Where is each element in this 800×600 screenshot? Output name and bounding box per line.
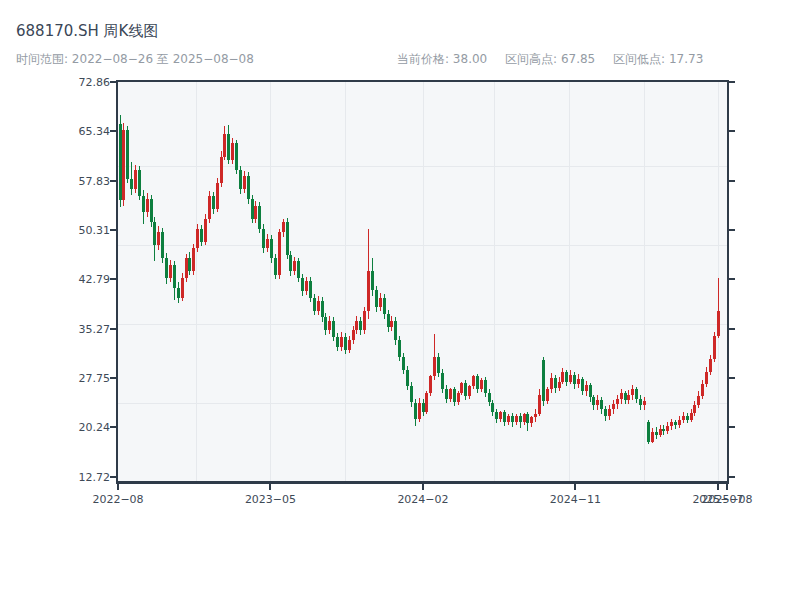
current-price-label: 当前价格: 38.00 xyxy=(397,52,487,66)
candle-body xyxy=(445,389,448,399)
y-axis-tick-label: 65.34 xyxy=(52,125,110,138)
candle-body xyxy=(565,372,568,381)
candle-body xyxy=(441,373,444,389)
candle-body xyxy=(596,400,599,405)
candle-body xyxy=(286,222,289,255)
candle-body xyxy=(449,389,452,399)
candle-body xyxy=(713,336,716,360)
candle-body xyxy=(142,196,145,212)
candle-body xyxy=(418,403,421,419)
candle-body xyxy=(216,183,219,209)
candle-body xyxy=(592,397,595,405)
candle-body xyxy=(161,232,164,258)
candle-body xyxy=(165,258,168,278)
y-axis-tick-label: 12.72 xyxy=(52,471,110,484)
page-title: 688170.SH 周K线图 xyxy=(16,22,158,41)
candle-body xyxy=(282,222,285,232)
candle-body xyxy=(239,170,242,190)
candle-body xyxy=(717,311,720,336)
y-axis-tick xyxy=(110,278,116,280)
y-axis-tick-label: 57.83 xyxy=(52,175,110,188)
y-axis-tick-right xyxy=(729,377,735,379)
candle-body xyxy=(585,385,588,390)
time-range-label: 时间范围: 2022−08−26 至 2025−08−08 xyxy=(16,51,254,68)
x-axis-tick xyxy=(422,484,424,490)
candle-body xyxy=(340,337,343,347)
v-gridline xyxy=(270,82,271,481)
x-axis-tick xyxy=(269,484,271,490)
candle-body xyxy=(227,134,230,160)
candle-body xyxy=(410,386,413,402)
candle-body xyxy=(561,372,564,381)
candle-body xyxy=(631,389,634,394)
candle-body xyxy=(651,432,654,442)
candle-body xyxy=(235,143,238,169)
candle-body xyxy=(612,404,615,409)
y-axis-tick xyxy=(110,180,116,182)
candle-body xyxy=(414,403,417,419)
candle-body xyxy=(324,317,327,330)
candle-body xyxy=(270,239,273,259)
y-axis-tick xyxy=(110,130,116,132)
y-axis-tick xyxy=(110,426,116,428)
x-axis-tick-label: 2022−08 xyxy=(87,493,149,506)
candle-body xyxy=(157,232,160,245)
candle-body xyxy=(635,389,638,398)
candle-body xyxy=(266,239,269,249)
candle-body xyxy=(705,372,708,384)
y-axis-tick-right xyxy=(729,328,735,330)
candle-body xyxy=(254,206,257,219)
candle-body xyxy=(554,378,557,388)
candle-body xyxy=(659,429,662,436)
candle-body xyxy=(655,432,658,435)
candle-body xyxy=(359,321,362,331)
y-axis-tick-right xyxy=(729,81,735,83)
y-axis-tick-right xyxy=(729,426,735,428)
y-axis-tick-right xyxy=(729,180,735,182)
x-axis-tick xyxy=(717,484,719,490)
candle-body xyxy=(371,271,374,289)
candle-body xyxy=(301,278,304,291)
candle-body xyxy=(422,403,425,413)
candle-body xyxy=(600,400,603,409)
candle-body xyxy=(383,298,386,314)
candle-body xyxy=(258,206,261,229)
candle-body xyxy=(309,281,312,297)
v-gridline xyxy=(196,82,197,481)
y-axis-tick xyxy=(110,377,116,379)
candle-body xyxy=(542,360,545,401)
candle-body xyxy=(402,357,405,370)
y-axis-tick-right xyxy=(729,278,735,280)
candle-body xyxy=(355,321,358,331)
candle-body xyxy=(425,393,428,413)
candle-body xyxy=(550,378,553,390)
candle-body xyxy=(336,337,339,347)
candle-body xyxy=(534,414,537,417)
candle-body xyxy=(204,219,207,242)
candle-body xyxy=(274,258,277,274)
candle-body xyxy=(375,290,378,308)
range-low-label: 区间低点: 17.73 xyxy=(613,52,703,66)
v-gridline xyxy=(644,82,645,481)
candle-body xyxy=(620,393,623,398)
y-axis-tick-right xyxy=(729,476,735,478)
candle-body xyxy=(153,222,156,245)
candle-body xyxy=(682,416,685,421)
y-axis-tick-right xyxy=(729,229,735,231)
candle-body xyxy=(394,321,397,341)
candle-body xyxy=(639,399,642,406)
x-axis-tick xyxy=(726,484,728,490)
candle-body xyxy=(678,420,681,425)
candle-body xyxy=(200,229,203,242)
candle-body xyxy=(387,314,390,327)
candle-body xyxy=(523,414,526,422)
candle-body xyxy=(558,382,561,389)
candle-body xyxy=(464,383,467,396)
left-spine xyxy=(116,80,118,484)
x-axis-tick-label: 2025−08 xyxy=(696,493,758,506)
candle-body xyxy=(647,422,650,442)
candle-body xyxy=(262,229,265,249)
candle-body xyxy=(670,422,673,426)
candle-body xyxy=(476,376,479,389)
candle-body xyxy=(208,196,211,219)
